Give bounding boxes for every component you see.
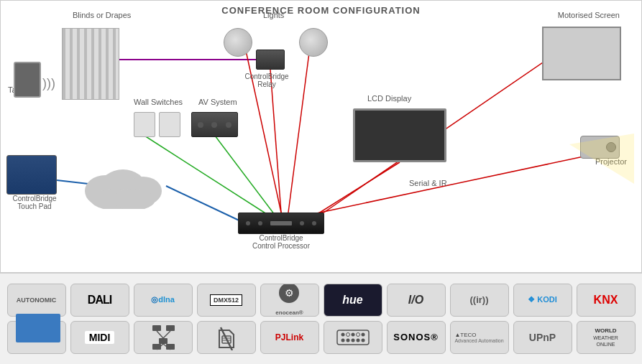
svg-point-34: [361, 333, 364, 337]
logo-kodi[interactable]: ❖ KODI: [513, 284, 572, 317]
svg-point-41: [356, 333, 359, 337]
logo-pjlink[interactable]: PJLink: [260, 321, 319, 354]
wallsw-box-2: [159, 112, 180, 137]
logo-dmx512[interactable]: DMX512: [197, 284, 256, 317]
wallsw-box-1: [134, 112, 155, 137]
logo-serial-port[interactable]: [324, 321, 382, 354]
svg-rect-20: [159, 338, 168, 344]
tablet-img: [14, 62, 41, 98]
svg-point-36: [346, 339, 349, 342]
logo-midi[interactable]: MIDI: [70, 321, 129, 354]
svg-point-33: [351, 333, 354, 337]
logos-row-1: AUTONOMIC DALI ◎dlna DMX512 ⚙ enocean® h…: [7, 284, 636, 317]
projector-beam: [569, 134, 641, 191]
blinds-label: Blinds or Drapes: [73, 11, 131, 19]
svg-line-4: [270, 70, 281, 213]
processor-box: [238, 213, 324, 234]
svg-point-38: [356, 339, 359, 342]
logo-upnp[interactable]: UPnP: [513, 321, 572, 354]
svg-marker-17: [569, 134, 634, 184]
logo-sonos[interactable]: SONOS®: [387, 321, 446, 354]
logo-network-management[interactable]: [134, 321, 193, 354]
logo-hue[interactable]: hue: [324, 284, 382, 317]
light-dome-1: [224, 28, 252, 57]
av-label: AV System: [198, 98, 237, 106]
svg-rect-19: [166, 325, 175, 331]
diagram-area: CONFERENCE ROOM CONFIGURATION Blinds or …: [0, 0, 642, 273]
lcd-label: LCD Display: [367, 94, 411, 103]
logo-enocean[interactable]: ⚙ enocean®: [260, 284, 319, 317]
logo-weather[interactable]: WORLD WEATHER ONLINE: [577, 321, 636, 354]
touchpad-img: [6, 155, 57, 195]
network-cloud: [80, 162, 166, 209]
svg-point-32: [341, 333, 344, 337]
svg-line-11: [166, 186, 245, 223]
svg-line-6: [310, 155, 590, 215]
logo-ir[interactable]: ((ir)): [450, 284, 509, 317]
svg-point-39: [361, 339, 364, 342]
light-dome-2: [299, 28, 328, 57]
logos-row-2: Modbus MIDI: [7, 321, 636, 354]
logo-dali[interactable]: DALI: [70, 284, 129, 317]
logo-io[interactable]: I/O: [387, 284, 446, 317]
logos-area: AUTONOMIC DALI ◎dlna DMX512 ⚙ enocean® h…: [0, 273, 642, 364]
svg-line-23: [157, 331, 163, 338]
lcd-screen: [353, 108, 446, 162]
svg-rect-18: [152, 325, 161, 331]
blinds-img: [62, 28, 119, 100]
svg-point-40: [346, 333, 349, 337]
wifi-waves: ))): [42, 76, 55, 91]
motorised-label: Motorised Screen: [558, 11, 620, 19]
relay-label: ControlBridgeRelay: [238, 73, 295, 88]
serial-ir-label: Serial & IR: [409, 179, 447, 187]
logo-dlna[interactable]: ◎dlna: [134, 284, 193, 317]
touchpad-label: ControlBridgeTouch Pad: [2, 195, 67, 210]
logo-knx[interactable]: KNX: [577, 284, 636, 317]
logo-sim-card[interactable]: [197, 321, 256, 354]
logo-autonomic[interactable]: AUTONOMIC: [7, 284, 66, 317]
relay-box: [256, 50, 285, 70]
svg-point-37: [351, 339, 354, 342]
wallsw-label: Wall Switches: [134, 98, 183, 106]
svg-line-24: [163, 331, 170, 338]
av-box: [191, 112, 238, 137]
processor-label: ControlBridgeControl Processor: [245, 234, 317, 250]
lights-label: Lights: [263, 11, 284, 19]
svg-point-35: [341, 339, 344, 342]
svg-rect-31: [337, 330, 369, 345]
svg-line-3: [215, 136, 281, 223]
logo-teco[interactable]: ▲TECO Advanced Automation: [450, 321, 509, 354]
motorised-screen: [542, 27, 621, 80]
